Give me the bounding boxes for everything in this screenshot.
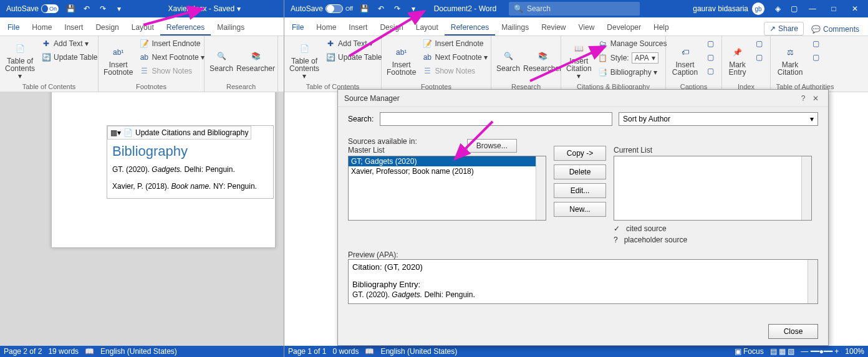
diamond-icon[interactable]: ◈: [769, 0, 786, 17]
tab-design[interactable]: Design: [89, 19, 125, 36]
dialog-close-x[interactable]: ✕: [809, 94, 822, 103]
master-item-1[interactable]: GT; Gadgets (2020): [349, 156, 546, 166]
current-list[interactable]: [614, 156, 812, 221]
search-button-r[interactable]: 🔍Search: [495, 37, 521, 82]
edit-button[interactable]: Edit...: [554, 183, 606, 198]
lang-status[interactable]: English (United States): [100, 347, 177, 356]
tab-help-r[interactable]: Help: [647, 19, 675, 36]
doc-title-right[interactable]: Document2 - Word: [422, 4, 509, 13]
spell-icon[interactable]: 📖: [85, 347, 94, 356]
sort-dropdown[interactable]: Sort by Author▾: [619, 112, 818, 126]
lang-status-r[interactable]: English (United States): [380, 347, 457, 356]
tab-developer-r[interactable]: Developer: [600, 19, 647, 36]
zoom-value[interactable]: 100%: [845, 347, 864, 356]
show-notes-button-r[interactable]: ☰Show Notes: [420, 65, 490, 77]
tab-review-r[interactable]: Review: [535, 19, 572, 36]
user-account[interactable]: gaurav bidasaria gb: [688, 2, 769, 15]
comments-button[interactable]: 💬Comments: [806, 23, 864, 36]
style-selector[interactable]: 📋Style:APA▾: [596, 51, 670, 65]
cap-extra2[interactable]: ▢: [703, 51, 718, 64]
save-icon-r[interactable]: 💾: [357, 0, 373, 17]
close-button[interactable]: ✕: [844, 0, 866, 17]
help-button[interactable]: ?: [797, 94, 809, 103]
maximize-button[interactable]: □: [823, 0, 844, 17]
focus-button[interactable]: ▣ Focus: [735, 347, 764, 356]
autosave-right[interactable]: AutoSave Off: [287, 0, 357, 17]
idx-extra2[interactable]: ▢: [751, 51, 766, 64]
doc-title-left[interactable]: Xavier.docx - Saved ▾: [127, 4, 281, 13]
view-buttons[interactable]: ▤ ▦ ▧: [770, 347, 795, 356]
next-footnote-button-r[interactable]: abNext Footnote ▾: [420, 51, 490, 64]
ribbon-options-icon[interactable]: ▢: [786, 0, 802, 17]
tab-mailings[interactable]: Mailings: [211, 19, 251, 36]
add-text-button[interactable]: ✚Add Text ▾: [39, 37, 100, 50]
redo-icon-r[interactable]: ↷: [389, 0, 405, 17]
toc-button-r[interactable]: 📄Table of Contents ▾: [288, 37, 321, 82]
current-scrollbar[interactable]: [801, 156, 811, 220]
master-list[interactable]: GT; Gadgets (2020) Xavier, Professor; Bo…: [348, 156, 546, 221]
customize-qat-icon[interactable]: ▾: [111, 0, 127, 17]
page-status[interactable]: Page 2 of 2: [4, 347, 42, 356]
bib-drop-icon[interactable]: ▦▾: [110, 128, 121, 137]
tab-home-r[interactable]: Home: [310, 19, 342, 36]
toa-extra2[interactable]: ▢: [808, 51, 823, 64]
customize-qat-icon-r[interactable]: ▾: [405, 0, 422, 17]
researcher-button[interactable]: 📚Researcher: [237, 37, 274, 82]
tab-file[interactable]: File: [1, 19, 26, 36]
master-item-2[interactable]: Xavier, Professor; Book name (2018): [349, 166, 546, 176]
tab-insert-r[interactable]: Insert: [342, 19, 374, 36]
share-button[interactable]: ↗Share: [764, 22, 804, 36]
style-dropdown[interactable]: APA▾: [632, 52, 658, 64]
delete-button[interactable]: Delete: [554, 164, 606, 179]
autosave-toggle-on[interactable]: On: [41, 4, 59, 13]
document-area-left[interactable]: ▦▾ 📄 Update Citations and Bibliography B…: [0, 92, 284, 346]
search-input[interactable]: [380, 112, 612, 126]
researcher-button-r[interactable]: 📚Researcher: [524, 37, 561, 82]
insert-citation-button[interactable]: 📖Insert Citation ▾: [565, 37, 593, 82]
mark-citation-button[interactable]: ⚖Mark Citation: [774, 37, 806, 82]
tab-home[interactable]: Home: [26, 19, 58, 36]
tab-mailings-r[interactable]: Mailings: [495, 19, 535, 36]
add-text-button-r[interactable]: ✚Add Text ▾: [323, 37, 385, 50]
mark-entry-button[interactable]: 📌Mark Entry: [726, 37, 749, 82]
new-button[interactable]: New...: [554, 202, 606, 217]
tab-view-r[interactable]: View: [572, 19, 601, 36]
redo-icon[interactable]: ↷: [95, 0, 111, 17]
browse-button[interactable]: Browse...: [467, 139, 517, 153]
cap-extra3[interactable]: ▢: [703, 65, 718, 77]
words-status[interactable]: 19 words: [48, 347, 79, 356]
search-button[interactable]: 🔍Search: [208, 37, 234, 82]
save-icon[interactable]: 💾: [62, 0, 79, 17]
citation-toolbar[interactable]: ▦▾ 📄 Update Citations and Bibliography: [107, 126, 251, 140]
preview-scrollbar[interactable]: [808, 260, 817, 303]
page-status-r[interactable]: Page 1 of 1: [288, 347, 326, 356]
show-notes-button[interactable]: ☰Show Notes: [137, 65, 207, 77]
cap-extra1[interactable]: ▢: [703, 37, 718, 50]
insert-footnote-button-r[interactable]: ab¹Insert Footnote: [385, 37, 417, 82]
minimize-button[interactable]: —: [802, 0, 823, 17]
insert-footnote-button[interactable]: ab¹Insert Footnote: [102, 37, 134, 82]
tab-design-r[interactable]: Design: [374, 19, 409, 36]
insert-endnote-button-r[interactable]: 📝Insert Endnote: [420, 37, 490, 50]
idx-extra1[interactable]: ▢: [751, 37, 766, 50]
tab-layout-r[interactable]: Layout: [410, 19, 445, 36]
words-status-r[interactable]: 0 words: [332, 347, 359, 356]
toc-button[interactable]: 📄Table of Contents ▾: [4, 37, 36, 82]
zoom-slider[interactable]: — ━━●━━ +: [801, 347, 839, 356]
autosave-toggle-off[interactable]: [326, 4, 343, 13]
manage-sources-button[interactable]: 🗂Manage Sources: [596, 37, 670, 50]
tab-references-r[interactable]: References: [445, 19, 495, 36]
spell-icon-r[interactable]: 📖: [365, 347, 374, 356]
tab-insert[interactable]: Insert: [58, 19, 89, 36]
bibliography-button[interactable]: 📑Bibliography ▾: [596, 66, 670, 79]
copy-button[interactable]: Copy ->: [554, 146, 606, 161]
master-scrollbar[interactable]: [536, 156, 546, 220]
tab-references[interactable]: References: [160, 19, 211, 36]
bib-refresh-icon[interactable]: 📄: [123, 128, 133, 137]
insert-endnote-button[interactable]: 📝Insert Endnote: [137, 37, 207, 50]
tab-layout[interactable]: Layout: [125, 19, 160, 36]
tab-file-r[interactable]: File: [286, 19, 310, 36]
toa-extra1[interactable]: ▢: [808, 37, 823, 50]
undo-icon-r[interactable]: ↶: [373, 0, 389, 17]
update-citations-label[interactable]: Update Citations and Bibliography: [135, 128, 248, 137]
